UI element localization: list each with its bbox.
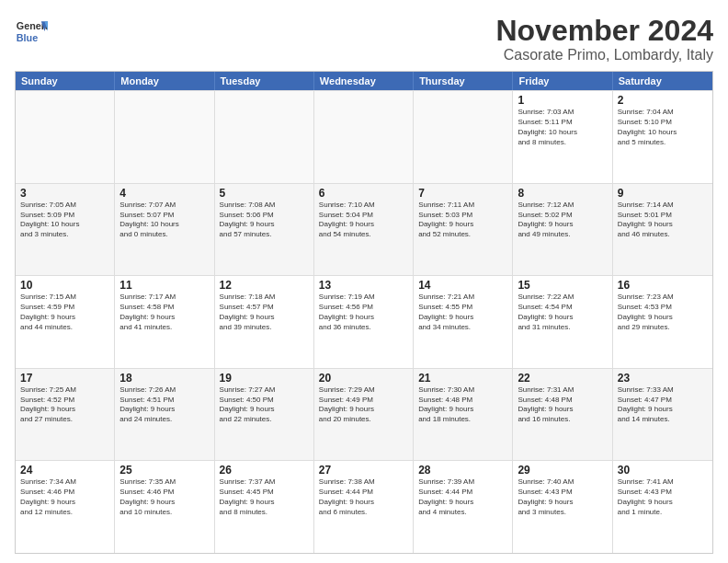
day-number: 29 <box>518 464 607 477</box>
day-cell-13: 13Sunrise: 7:19 AM Sunset: 4:56 PM Dayli… <box>314 276 414 368</box>
subtitle: Casorate Primo, Lombardy, Italy <box>495 47 713 63</box>
empty-cell <box>215 91 314 183</box>
cell-info: Sunrise: 7:38 AM Sunset: 4:44 PM Dayligh… <box>319 477 408 517</box>
day-cell-6: 6Sunrise: 7:10 AM Sunset: 5:04 PM Daylig… <box>314 184 414 276</box>
calendar-row-0: 1Sunrise: 7:03 AM Sunset: 5:11 PM Daylig… <box>16 90 712 183</box>
day-number: 21 <box>418 372 507 385</box>
day-number: 24 <box>20 464 109 477</box>
calendar: SundayMondayTuesdayWednesdayThursdayFrid… <box>15 71 713 554</box>
cell-info: Sunrise: 7:39 AM Sunset: 4:44 PM Dayligh… <box>418 477 507 517</box>
day-cell-15: 15Sunrise: 7:22 AM Sunset: 4:54 PM Dayli… <box>513 276 612 368</box>
day-number: 5 <box>220 187 309 200</box>
day-cell-9: 9Sunrise: 7:14 AM Sunset: 5:01 PM Daylig… <box>613 184 712 276</box>
day-cell-7: 7Sunrise: 7:11 AM Sunset: 5:03 PM Daylig… <box>414 184 513 276</box>
header-day-friday: Friday <box>513 72 612 90</box>
day-cell-1: 1Sunrise: 7:03 AM Sunset: 5:11 PM Daylig… <box>513 91 612 183</box>
header: General Blue November 2024 Casorate Prim… <box>15 15 713 63</box>
day-number: 2 <box>618 94 708 107</box>
day-cell-2: 2Sunrise: 7:04 AM Sunset: 5:10 PM Daylig… <box>613 91 712 183</box>
day-number: 20 <box>319 372 408 385</box>
day-cell-3: 3Sunrise: 7:05 AM Sunset: 5:09 PM Daylig… <box>16 184 115 276</box>
day-number: 6 <box>319 187 408 200</box>
day-number: 11 <box>119 279 209 292</box>
day-cell-16: 16Sunrise: 7:23 AM Sunset: 4:53 PM Dayli… <box>613 276 712 368</box>
cell-info: Sunrise: 7:29 AM Sunset: 4:49 PM Dayligh… <box>319 385 408 425</box>
day-number: 23 <box>618 372 708 385</box>
main-title: November 2024 <box>495 15 713 47</box>
day-cell-22: 22Sunrise: 7:31 AM Sunset: 4:48 PM Dayli… <box>513 369 612 461</box>
day-cell-24: 24Sunrise: 7:34 AM Sunset: 4:46 PM Dayli… <box>16 461 115 553</box>
calendar-row-4: 24Sunrise: 7:34 AM Sunset: 4:46 PM Dayli… <box>16 460 712 553</box>
day-cell-29: 29Sunrise: 7:40 AM Sunset: 4:43 PM Dayli… <box>513 461 612 553</box>
calendar-body: 1Sunrise: 7:03 AM Sunset: 5:11 PM Daylig… <box>16 90 712 553</box>
calendar-row-3: 17Sunrise: 7:25 AM Sunset: 4:52 PM Dayli… <box>16 368 712 461</box>
cell-info: Sunrise: 7:08 AM Sunset: 5:06 PM Dayligh… <box>220 201 309 240</box>
day-cell-10: 10Sunrise: 7:15 AM Sunset: 4:59 PM Dayli… <box>16 276 115 368</box>
day-number: 3 <box>20 187 109 200</box>
day-cell-27: 27Sunrise: 7:38 AM Sunset: 4:44 PM Dayli… <box>314 461 414 553</box>
cell-info: Sunrise: 7:19 AM Sunset: 4:56 PM Dayligh… <box>319 293 408 332</box>
day-number: 25 <box>119 464 209 477</box>
day-cell-26: 26Sunrise: 7:37 AM Sunset: 4:45 PM Dayli… <box>215 461 314 553</box>
cell-info: Sunrise: 7:22 AM Sunset: 4:54 PM Dayligh… <box>518 293 607 332</box>
header-day-saturday: Saturday <box>613 72 712 90</box>
day-number: 17 <box>20 372 109 385</box>
day-cell-17: 17Sunrise: 7:25 AM Sunset: 4:52 PM Dayli… <box>16 369 115 461</box>
day-number: 10 <box>20 279 109 292</box>
cell-info: Sunrise: 7:27 AM Sunset: 4:50 PM Dayligh… <box>220 385 309 425</box>
cell-info: Sunrise: 7:40 AM Sunset: 4:43 PM Dayligh… <box>518 477 607 517</box>
logo: General Blue <box>15 15 48 48</box>
day-cell-18: 18Sunrise: 7:26 AM Sunset: 4:51 PM Dayli… <box>115 369 214 461</box>
day-number: 4 <box>119 187 209 200</box>
page: General Blue November 2024 Casorate Prim… <box>0 0 728 563</box>
day-cell-14: 14Sunrise: 7:21 AM Sunset: 4:55 PM Dayli… <box>414 276 513 368</box>
cell-info: Sunrise: 7:25 AM Sunset: 4:52 PM Dayligh… <box>20 385 109 425</box>
day-number: 22 <box>518 372 607 385</box>
cell-info: Sunrise: 7:07 AM Sunset: 5:07 PM Dayligh… <box>119 201 209 240</box>
cell-info: Sunrise: 7:31 AM Sunset: 4:48 PM Dayligh… <box>518 385 607 425</box>
day-cell-20: 20Sunrise: 7:29 AM Sunset: 4:49 PM Dayli… <box>314 369 414 461</box>
calendar-row-2: 10Sunrise: 7:15 AM Sunset: 4:59 PM Dayli… <box>16 275 712 368</box>
day-number: 1 <box>518 94 607 107</box>
cell-info: Sunrise: 7:35 AM Sunset: 4:46 PM Dayligh… <box>119 477 209 517</box>
day-number: 12 <box>220 279 309 292</box>
cell-info: Sunrise: 7:26 AM Sunset: 4:51 PM Dayligh… <box>119 385 209 425</box>
empty-cell <box>314 91 414 183</box>
calendar-header: SundayMondayTuesdayWednesdayThursdayFrid… <box>16 72 712 90</box>
cell-info: Sunrise: 7:33 AM Sunset: 4:47 PM Dayligh… <box>618 385 708 425</box>
logo-icon: General Blue <box>15 15 48 48</box>
header-day-wednesday: Wednesday <box>314 72 414 90</box>
day-number: 18 <box>119 372 209 385</box>
day-cell-28: 28Sunrise: 7:39 AM Sunset: 4:44 PM Dayli… <box>414 461 513 553</box>
empty-cell <box>115 91 214 183</box>
cell-info: Sunrise: 7:34 AM Sunset: 4:46 PM Dayligh… <box>20 477 109 517</box>
day-number: 16 <box>618 279 708 292</box>
day-number: 27 <box>319 464 408 477</box>
cell-info: Sunrise: 7:37 AM Sunset: 4:45 PM Dayligh… <box>220 477 309 517</box>
day-cell-4: 4Sunrise: 7:07 AM Sunset: 5:07 PM Daylig… <box>115 184 214 276</box>
day-cell-21: 21Sunrise: 7:30 AM Sunset: 4:48 PM Dayli… <box>414 369 513 461</box>
day-cell-19: 19Sunrise: 7:27 AM Sunset: 4:50 PM Dayli… <box>215 369 314 461</box>
title-block: November 2024 Casorate Primo, Lombardy, … <box>495 15 713 63</box>
day-number: 26 <box>220 464 309 477</box>
header-day-tuesday: Tuesday <box>215 72 314 90</box>
day-cell-23: 23Sunrise: 7:33 AM Sunset: 4:47 PM Dayli… <box>613 369 712 461</box>
cell-info: Sunrise: 7:18 AM Sunset: 4:57 PM Dayligh… <box>220 293 309 332</box>
day-cell-11: 11Sunrise: 7:17 AM Sunset: 4:58 PM Dayli… <box>115 276 214 368</box>
day-cell-30: 30Sunrise: 7:41 AM Sunset: 4:43 PM Dayli… <box>613 461 712 553</box>
empty-cell <box>414 91 513 183</box>
cell-info: Sunrise: 7:23 AM Sunset: 4:53 PM Dayligh… <box>618 293 708 332</box>
cell-info: Sunrise: 7:03 AM Sunset: 5:11 PM Dayligh… <box>518 108 607 147</box>
cell-info: Sunrise: 7:30 AM Sunset: 4:48 PM Dayligh… <box>418 385 507 425</box>
svg-text:Blue: Blue <box>17 32 38 43</box>
day-number: 13 <box>319 279 408 292</box>
empty-cell <box>16 91 115 183</box>
header-day-thursday: Thursday <box>414 72 513 90</box>
day-number: 9 <box>618 187 708 200</box>
cell-info: Sunrise: 7:21 AM Sunset: 4:55 PM Dayligh… <box>418 293 507 332</box>
day-number: 28 <box>418 464 507 477</box>
day-number: 7 <box>418 187 507 200</box>
cell-info: Sunrise: 7:10 AM Sunset: 5:04 PM Dayligh… <box>319 201 408 240</box>
day-number: 14 <box>418 279 507 292</box>
cell-info: Sunrise: 7:14 AM Sunset: 5:01 PM Dayligh… <box>618 201 708 240</box>
